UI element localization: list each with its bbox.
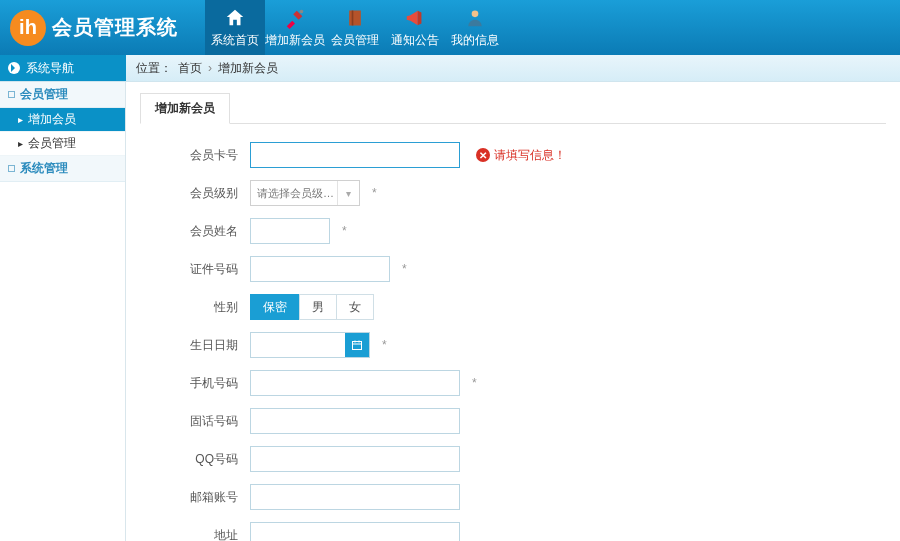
topnav-notice[interactable]: 通知公告 (385, 0, 445, 55)
error-text: 请填写信息！ (494, 147, 566, 164)
email-input[interactable] (250, 484, 460, 510)
sidebar-item-member-mgmt[interactable]: ▸ 会员管理 (0, 132, 125, 156)
label-name: 会员姓名 (140, 223, 250, 240)
qq-input[interactable] (250, 446, 460, 472)
gender-segment: 保密 男 女 (250, 294, 373, 320)
label-level: 会员级别 (140, 185, 250, 202)
topnav-home[interactable]: 系统首页 (205, 0, 265, 55)
sidebar-header[interactable]: 系统导航 (0, 55, 126, 81)
label-birthday: 生日日期 (140, 337, 250, 354)
svg-rect-4 (353, 342, 362, 350)
topnav-label: 会员管理 (331, 32, 379, 49)
label-tel: 固话号码 (140, 413, 250, 430)
topnav-myinfo[interactable]: 我的信息 (445, 0, 505, 55)
topnav-add-member[interactable]: 增加新会员 (265, 0, 325, 55)
home-icon (223, 6, 247, 30)
book-icon (343, 6, 367, 30)
app-header: ih 会员管理系统 系统首页 增加新会员 会员管理 通知公告 我的信息 (0, 0, 900, 55)
gender-secret-button[interactable]: 保密 (250, 294, 300, 320)
svg-point-0 (300, 10, 304, 14)
gender-female-button[interactable]: 女 (336, 294, 374, 320)
label-qq: QQ号码 (140, 451, 250, 468)
card-no-input[interactable] (250, 142, 460, 168)
label-address: 地址 (140, 527, 250, 542)
mobile-input[interactable] (250, 370, 460, 396)
sidebar-item-label: 增加会员 (28, 111, 76, 128)
error-icon: ✕ (476, 148, 490, 162)
sidebar-item-add-member[interactable]: ▸ 增加会员 (0, 108, 125, 132)
svg-rect-2 (352, 11, 354, 26)
calendar-icon (345, 333, 369, 357)
required-mark: * (472, 376, 477, 390)
breadcrumb: 位置： 首页 › 增加新会员 (126, 55, 900, 81)
breadcrumb-home[interactable]: 首页 (178, 60, 202, 77)
bullet-icon: ▸ (18, 114, 23, 125)
tel-input[interactable] (250, 408, 460, 434)
user-icon (463, 6, 487, 30)
label-id-no: 证件号码 (140, 261, 250, 278)
collapse-icon (8, 62, 20, 74)
tab-bar: 增加新会员 (140, 92, 886, 124)
level-select[interactable]: 请选择会员级别... ▾ (250, 180, 360, 206)
breadcrumb-current: 增加新会员 (218, 60, 278, 77)
tab-add-member[interactable]: 增加新会员 (140, 93, 230, 124)
topnav-label: 增加新会员 (265, 32, 325, 49)
sidebar-group-label: 会员管理 (20, 86, 68, 103)
chevron-down-icon: ▾ (337, 181, 359, 205)
label-card-no: 会员卡号 (140, 147, 250, 164)
sidebar-header-label: 系统导航 (26, 60, 74, 77)
label-mobile: 手机号码 (140, 375, 250, 392)
topnav-label: 我的信息 (451, 32, 499, 49)
name-input[interactable] (250, 218, 330, 244)
logo-icon: ih (10, 10, 46, 46)
square-icon (8, 165, 15, 172)
select-placeholder: 请选择会员级别... (257, 186, 337, 201)
required-mark: * (342, 224, 347, 238)
app-title: 会员管理系统 (52, 14, 178, 41)
svg-point-3 (472, 11, 479, 18)
subheader-row: 系统导航 位置： 首页 › 增加新会员 (0, 55, 900, 82)
tools-icon (283, 6, 307, 30)
topnav-label: 通知公告 (391, 32, 439, 49)
required-mark: * (402, 262, 407, 276)
address-input[interactable] (250, 522, 460, 541)
birthday-input[interactable] (250, 332, 370, 358)
svg-rect-1 (349, 11, 361, 26)
megaphone-icon (403, 6, 427, 30)
topnav-label: 系统首页 (211, 32, 259, 49)
label-email: 邮箱账号 (140, 489, 250, 506)
breadcrumb-prefix: 位置： (136, 60, 172, 77)
topnav-member-mgmt[interactable]: 会员管理 (325, 0, 385, 55)
sidebar-item-label: 会员管理 (28, 135, 76, 152)
top-nav: 系统首页 增加新会员 会员管理 通知公告 我的信息 (205, 0, 505, 55)
gender-male-button[interactable]: 男 (299, 294, 337, 320)
required-mark: * (372, 186, 377, 200)
square-icon (8, 91, 15, 98)
sidebar-group-members[interactable]: 会员管理 (0, 82, 125, 108)
label-gender: 性别 (140, 299, 250, 316)
id-no-input[interactable] (250, 256, 390, 282)
card-no-error: ✕ 请填写信息！ (476, 147, 566, 164)
chevron-right-icon: › (208, 61, 212, 75)
required-mark: * (382, 338, 387, 352)
bullet-icon: ▸ (18, 138, 23, 149)
sidebar-group-label: 系统管理 (20, 160, 68, 177)
logo: ih 会员管理系统 (0, 10, 205, 46)
sidebar-group-system[interactable]: 系统管理 (0, 156, 125, 182)
main-content: 增加新会员 会员卡号 ✕ 请填写信息！ 会员级别 请选择会员级别... ▾ * (126, 82, 900, 541)
sidebar: 会员管理 ▸ 增加会员 ▸ 会员管理 系统管理 (0, 82, 126, 541)
